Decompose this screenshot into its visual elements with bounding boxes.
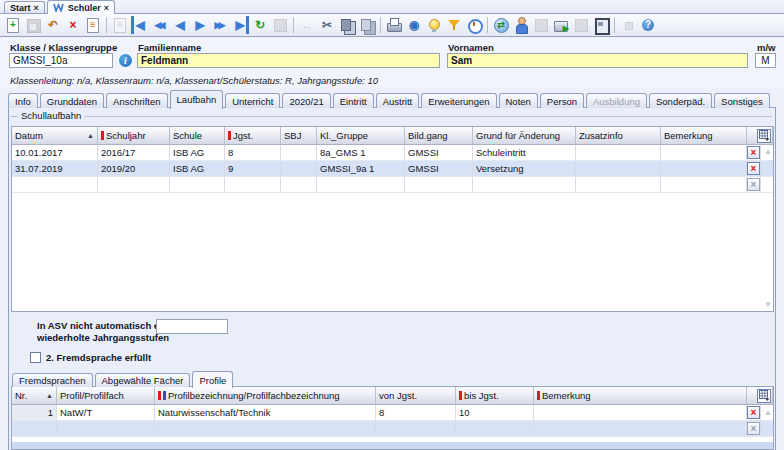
cell-profilbez[interactable]: Naturwissenschaft/Technik <box>155 405 376 420</box>
cell-von-jgst[interactable] <box>376 421 456 436</box>
table-row[interactable]: × <box>12 177 773 193</box>
tab-austritt[interactable]: Austritt <box>376 93 420 108</box>
cell-bildgang[interactable] <box>405 177 473 192</box>
tab-info[interactable]: Info <box>8 93 38 108</box>
delete-row-button[interactable]: × <box>747 178 760 191</box>
cell-jgst[interactable] <box>225 177 281 192</box>
column-header-von-jgst[interactable]: von Jgst. <box>376 387 456 405</box>
tab-noten[interactable]: Noten <box>499 93 538 108</box>
reminder-button[interactable] <box>465 16 483 34</box>
cell-sbj[interactable] <box>281 177 317 192</box>
column-header-bildgang[interactable]: Bild.gang <box>405 127 473 145</box>
scroll-down-icon[interactable]: ▼ <box>764 300 772 309</box>
nav-prev-button[interactable]: ◀ <box>171 16 189 34</box>
tab-unterricht[interactable]: Unterricht <box>225 93 280 108</box>
klasse-input[interactable] <box>9 53 113 68</box>
sub-tab-fremdsprachen[interactable]: Fremdsprachen <box>12 373 93 387</box>
fremdsprache-checkbox[interactable] <box>30 352 41 363</box>
new-record-button[interactable]: + <box>4 16 22 34</box>
cell-grund[interactable]: Schuleintritt <box>473 145 576 160</box>
column-header-bis-jgst[interactable]: bis Jgst. <box>456 387 534 405</box>
sub-tab-abgewaehlte-faecher[interactable]: Abgewählte Fächer <box>95 373 191 387</box>
cell-zusatzinfo[interactable] <box>576 145 661 160</box>
nav-next-fast-button[interactable]: ▶▶ <box>211 16 229 34</box>
tab-eintritt[interactable]: Eintritt <box>333 93 374 108</box>
column-header-schuljahr[interactable]: Schuljahr <box>98 127 170 145</box>
cell-kl-gruppe[interactable]: 8a_GMS 1 <box>317 145 405 160</box>
cell-datum[interactable]: 10.01.2017 <box>12 145 98 160</box>
undo-button[interactable]: ↶ <box>44 16 62 34</box>
mw-input[interactable] <box>755 53 776 68</box>
table-row[interactable]: 10.01.20172016/17ISB AG88a_GMS 1GMSSISch… <box>12 145 773 161</box>
cell-nr[interactable]: 1 <box>12 405 57 420</box>
cell-kl-gruppe[interactable] <box>317 177 405 192</box>
student-button[interactable] <box>512 16 530 34</box>
cell-sbj[interactable] <box>281 161 317 176</box>
cell-schuljahr[interactable] <box>98 177 170 192</box>
cell-von-jgst[interactable]: 8 <box>376 405 456 420</box>
export-button[interactable]: ▶ <box>552 16 570 34</box>
tab-sonstiges[interactable]: Sonstiges <box>714 93 770 108</box>
column-header-bemerkung[interactable]: Bemerkung <box>661 127 747 145</box>
cell-zusatzinfo[interactable] <box>576 161 661 176</box>
column-header-bemerkung[interactable]: Bemerkung <box>534 387 747 405</box>
table-row[interactable]: 31.07.20192019/20ISB AG9GMSSI_9a 1GMSSIV… <box>12 161 773 177</box>
column-config-button[interactable] <box>757 129 771 143</box>
cell-grund[interactable] <box>473 177 576 192</box>
cell-kl-gruppe[interactable]: GMSSI_9a 1 <box>317 161 405 176</box>
delete-row-button[interactable]: × <box>747 146 760 159</box>
column-header-sbj[interactable]: SBJ <box>281 127 317 145</box>
edit-mask-button[interactable]: ≡ <box>84 16 102 34</box>
window-tab-schueler[interactable]: Schüler× <box>47 0 115 14</box>
hint-button[interactable] <box>425 16 443 34</box>
nav-next-button[interactable]: ▶ <box>191 16 209 34</box>
print-button[interactable] <box>385 16 403 34</box>
column-header-grund[interactable]: Grund für Änderung <box>473 127 576 145</box>
cell-grund[interactable]: Versetzung <box>473 161 576 176</box>
delete-record-button[interactable]: × <box>64 16 82 34</box>
id-card-button[interactable] <box>592 16 610 34</box>
cell-bemerkung[interactable] <box>534 405 747 420</box>
column-header-kl-gruppe[interactable]: Kl._Gruppe <box>317 127 405 145</box>
table-row[interactable]: × <box>12 421 773 437</box>
sub-tab-profile[interactable]: Profile <box>192 371 233 388</box>
copy-button[interactable] <box>338 16 356 34</box>
cell-nr[interactable] <box>12 421 57 436</box>
cell-bis-jgst[interactable] <box>456 421 534 436</box>
cell-bis-jgst[interactable]: 10 <box>456 405 534 420</box>
window-tab-start[interactable]: Start× <box>4 1 45 13</box>
nav-prev-fast-button[interactable]: ◀◀ <box>151 16 169 34</box>
help-button[interactable]: ? <box>639 16 657 34</box>
cell-jgst[interactable]: 8 <box>225 145 281 160</box>
nav-first-button[interactable]: ◀ <box>131 16 149 34</box>
tab-sonderpaed[interactable]: Sonderpäd. <box>649 93 712 108</box>
column-header-profilbez[interactable]: Profilbezeichnung/Profilfachbezeichnung <box>155 387 376 405</box>
scroll-up-icon[interactable]: ▲ <box>764 408 772 417</box>
info-icon[interactable]: i <box>119 54 132 67</box>
column-header-nr[interactable]: Nr.▲ <box>12 387 57 405</box>
cut-button[interactable]: ✂ <box>318 16 336 34</box>
cell-profil[interactable]: NatW/T <box>57 405 155 420</box>
tab-person[interactable]: Person <box>540 93 584 108</box>
cell-bemerkung[interactable] <box>534 421 747 436</box>
table-row[interactable]: 1NatW/TNaturwissenschaft/Technik810× <box>12 405 773 421</box>
refresh-button[interactable]: ↻ <box>251 16 269 34</box>
close-icon[interactable]: × <box>104 3 109 13</box>
cell-bemerkung[interactable] <box>661 161 747 176</box>
cell-bildgang[interactable]: GMSSI <box>405 145 473 160</box>
cell-schuljahr[interactable]: 2016/17 <box>98 145 170 160</box>
cell-jgst[interactable]: 9 <box>225 161 281 176</box>
cell-datum[interactable] <box>12 177 98 192</box>
column-config-button[interactable] <box>757 389 771 403</box>
tab-2020-21[interactable]: 2020/21 <box>282 93 330 108</box>
cell-sbj[interactable] <box>281 145 317 160</box>
preview-button[interactable]: ◉ <box>405 16 423 34</box>
column-header-zusatzinfo[interactable]: Zusatzinfo <box>576 127 661 145</box>
cell-profil[interactable] <box>57 421 155 436</box>
paste-button[interactable] <box>358 16 376 34</box>
cell-bemerkung[interactable] <box>661 177 747 192</box>
column-header-jgst[interactable]: Jgst. <box>225 127 281 145</box>
tab-laufbahn[interactable]: Laufbahn <box>170 90 224 109</box>
repeat-grades-input[interactable] <box>156 319 228 334</box>
cell-schuljahr[interactable]: 2019/20 <box>98 161 170 176</box>
